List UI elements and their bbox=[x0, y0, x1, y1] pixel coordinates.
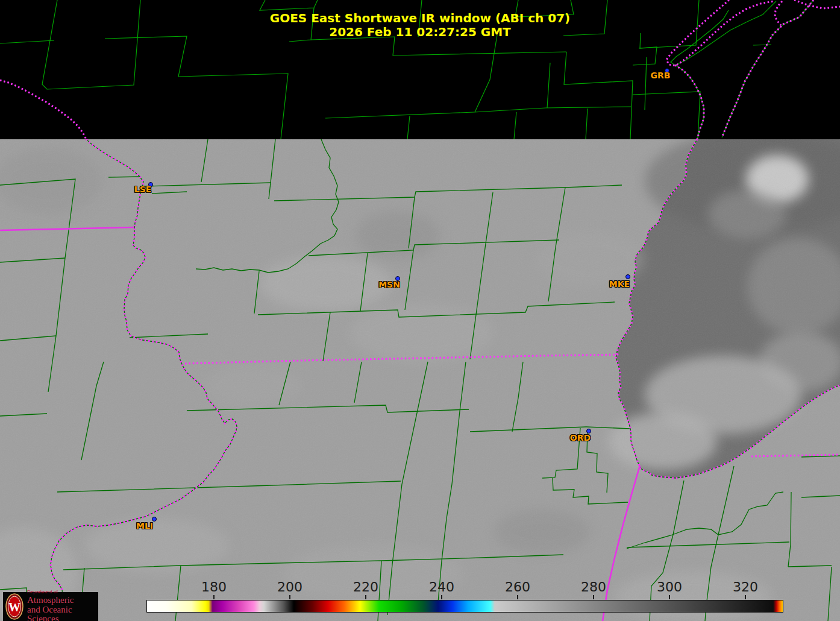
colorbar-tick-label: 240 bbox=[429, 579, 454, 594]
station-label-lse: LSE bbox=[134, 184, 152, 194]
station-dot-mke bbox=[625, 274, 630, 279]
colorbar-tick-label: 260 bbox=[505, 579, 530, 594]
station-label-msn: MSN bbox=[378, 280, 400, 289]
goes-satellite-image: GOES East Shortwave IR window (ABI ch 07… bbox=[0, 0, 840, 621]
colorbar-tick-mark bbox=[365, 595, 366, 599]
logo-dept-line: Department of bbox=[27, 590, 98, 594]
colorbar-tick-mark bbox=[517, 595, 518, 599]
temperature-colorbar bbox=[146, 600, 783, 613]
logo-line3: and Oceanic Sciences bbox=[27, 605, 98, 621]
sensor-grain bbox=[0, 139, 840, 621]
colorbar-tick-label: 320 bbox=[733, 579, 758, 594]
image-title: GOES East Shortwave IR window (ABI ch 07… bbox=[0, 11, 840, 39]
uw-aos-logo: W Department of Atmospheric and Oceanic … bbox=[3, 592, 98, 621]
colorbar-tick-mark bbox=[213, 595, 215, 599]
station-label-mli: MLI bbox=[136, 521, 153, 531]
station-label-mke: MKE bbox=[609, 279, 630, 289]
station-label-grb: GRB bbox=[651, 71, 671, 80]
colorbar-tick-label: 200 bbox=[277, 579, 302, 594]
title-timestamp: 2026 Feb 11 02:27:25 GMT bbox=[0, 25, 840, 39]
map-canvas bbox=[0, 0, 840, 621]
colorbar-tick-label: 300 bbox=[657, 579, 682, 594]
colorbar-tick-label: 280 bbox=[581, 579, 606, 594]
colorbar-tick-mark bbox=[669, 595, 670, 599]
colorbar-tick-mark bbox=[441, 595, 442, 599]
station-label-ord: ORD bbox=[570, 433, 591, 443]
colorbar-tick-label: 220 bbox=[353, 579, 378, 594]
uw-crest-icon: W bbox=[5, 593, 24, 620]
colorbar-tick-mark bbox=[745, 595, 746, 599]
colorbar-tick-mark bbox=[593, 595, 594, 599]
svg-text:W: W bbox=[8, 601, 20, 614]
logo-text: Department of Atmospheric and Oceanic Sc… bbox=[27, 590, 98, 621]
title-line1: GOES East Shortwave IR window (ABI ch 07… bbox=[0, 11, 840, 25]
logo-line2: Atmospheric bbox=[27, 596, 98, 605]
colorbar-tick-label: 180 bbox=[201, 579, 227, 594]
colorbar-tick-mark bbox=[289, 595, 290, 599]
